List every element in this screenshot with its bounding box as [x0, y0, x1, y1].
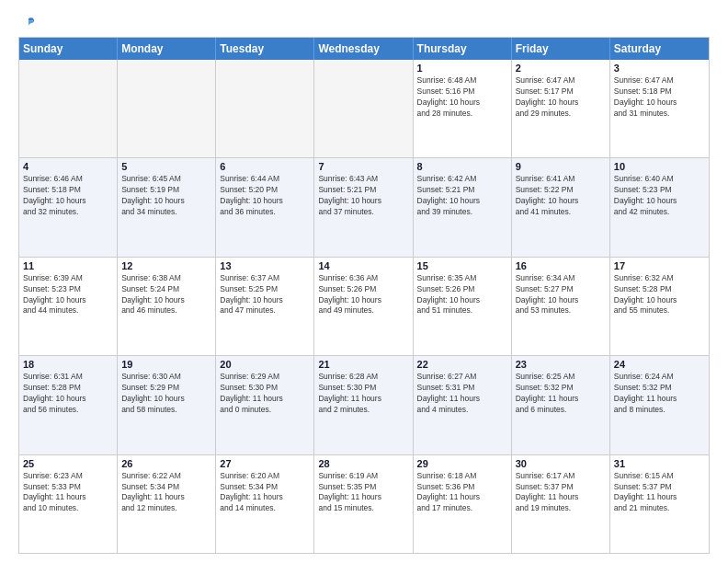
day-info: Sunrise: 6:37 AMSunset: 5:25 PMDaylight:… — [220, 273, 310, 317]
calendar-header-wednesday: Wednesday — [314, 38, 413, 60]
calendar-week-4: 18Sunrise: 6:31 AMSunset: 5:28 PMDayligh… — [19, 356, 709, 454]
day-number: 20 — [220, 359, 310, 370]
day-number: 28 — [318, 458, 408, 469]
calendar-cell-day-1: 1Sunrise: 6:48 AMSunset: 5:16 PMDaylight… — [414, 60, 512, 157]
day-info: Sunrise: 6:32 AMSunset: 5:28 PMDaylight:… — [614, 273, 705, 317]
calendar-cell-day-19: 19Sunrise: 6:30 AMSunset: 5:29 PMDayligh… — [118, 356, 216, 454]
day-number: 14 — [318, 260, 408, 271]
day-info: Sunrise: 6:39 AMSunset: 5:23 PMDaylight:… — [23, 273, 113, 317]
calendar-cell-day-23: 23Sunrise: 6:25 AMSunset: 5:32 PMDayligh… — [512, 356, 610, 454]
calendar-cell-day-14: 14Sunrise: 6:36 AMSunset: 5:26 PMDayligh… — [314, 258, 413, 355]
day-number: 10 — [614, 161, 705, 172]
day-number: 21 — [318, 359, 408, 370]
calendar-week-2: 4Sunrise: 6:46 AMSunset: 5:18 PMDaylight… — [19, 158, 709, 257]
day-info: Sunrise: 6:22 AMSunset: 5:34 PMDaylight:… — [121, 471, 211, 515]
day-number: 29 — [417, 458, 507, 469]
day-number: 7 — [318, 161, 408, 172]
day-info: Sunrise: 6:40 AMSunset: 5:23 PMDaylight:… — [614, 174, 705, 218]
calendar-cell-day-6: 6Sunrise: 6:44 AMSunset: 5:20 PMDaylight… — [216, 158, 314, 256]
day-info: Sunrise: 6:24 AMSunset: 5:32 PMDaylight:… — [614, 372, 705, 416]
calendar-header-monday: Monday — [118, 38, 216, 60]
calendar-cell-day-21: 21Sunrise: 6:28 AMSunset: 5:30 PMDayligh… — [314, 356, 413, 454]
day-number: 31 — [614, 458, 705, 469]
calendar-cell-day-11: 11Sunrise: 6:39 AMSunset: 5:23 PMDayligh… — [19, 258, 118, 355]
day-number: 2 — [516, 63, 606, 74]
day-number: 24 — [614, 359, 705, 370]
day-info: Sunrise: 6:47 AMSunset: 5:17 PMDaylight:… — [516, 75, 606, 120]
calendar-cell-empty — [216, 60, 314, 157]
day-info: Sunrise: 6:45 AMSunset: 5:19 PMDaylight:… — [121, 174, 211, 218]
calendar-cell-day-28: 28Sunrise: 6:19 AMSunset: 5:35 PMDayligh… — [314, 455, 413, 553]
day-number: 18 — [23, 359, 113, 370]
day-info: Sunrise: 6:20 AMSunset: 5:34 PMDaylight:… — [220, 471, 310, 515]
day-info: Sunrise: 6:19 AMSunset: 5:35 PMDaylight:… — [318, 471, 408, 515]
day-info: Sunrise: 6:36 AMSunset: 5:26 PMDaylight:… — [318, 273, 408, 317]
calendar-cell-empty — [118, 60, 216, 157]
day-number: 11 — [23, 260, 113, 271]
day-number: 23 — [516, 359, 606, 370]
calendar-cell-day-27: 27Sunrise: 6:20 AMSunset: 5:34 PMDayligh… — [216, 455, 314, 553]
day-number: 26 — [121, 458, 211, 469]
day-info: Sunrise: 6:43 AMSunset: 5:21 PMDaylight:… — [318, 174, 408, 218]
day-number: 27 — [220, 458, 310, 469]
day-info: Sunrise: 6:29 AMSunset: 5:30 PMDaylight:… — [220, 372, 310, 416]
day-info: Sunrise: 6:25 AMSunset: 5:32 PMDaylight:… — [516, 372, 606, 416]
calendar-cell-day-16: 16Sunrise: 6:34 AMSunset: 5:27 PMDayligh… — [512, 258, 610, 355]
calendar-cell-day-10: 10Sunrise: 6:40 AMSunset: 5:23 PMDayligh… — [610, 158, 709, 256]
calendar-cell-day-13: 13Sunrise: 6:37 AMSunset: 5:25 PMDayligh… — [216, 258, 314, 355]
day-number: 22 — [417, 359, 507, 370]
calendar-cell-day-20: 20Sunrise: 6:29 AMSunset: 5:30 PMDayligh… — [216, 356, 314, 454]
calendar-cell-day-22: 22Sunrise: 6:27 AMSunset: 5:31 PMDayligh… — [414, 356, 512, 454]
day-info: Sunrise: 6:48 AMSunset: 5:16 PMDaylight:… — [417, 75, 507, 120]
calendar-cell-day-8: 8Sunrise: 6:42 AMSunset: 5:21 PMDaylight… — [414, 158, 512, 256]
day-info: Sunrise: 6:41 AMSunset: 5:22 PMDaylight:… — [516, 174, 606, 218]
day-info: Sunrise: 6:18 AMSunset: 5:36 PMDaylight:… — [417, 471, 507, 515]
calendar-cell-day-4: 4Sunrise: 6:46 AMSunset: 5:18 PMDaylight… — [19, 158, 118, 256]
calendar-header-thursday: Thursday — [414, 38, 512, 60]
page: SundayMondayTuesdayWednesdayThursdayFrid… — [0, 0, 728, 563]
header — [18, 15, 710, 31]
calendar: SundayMondayTuesdayWednesdayThursdayFrid… — [18, 37, 710, 554]
day-info: Sunrise: 6:17 AMSunset: 5:37 PMDaylight:… — [516, 471, 606, 515]
day-info: Sunrise: 6:38 AMSunset: 5:24 PMDaylight:… — [121, 273, 211, 317]
calendar-cell-day-25: 25Sunrise: 6:23 AMSunset: 5:33 PMDayligh… — [19, 455, 118, 553]
day-info: Sunrise: 6:28 AMSunset: 5:30 PMDaylight:… — [318, 372, 408, 416]
day-info: Sunrise: 6:47 AMSunset: 5:18 PMDaylight:… — [614, 75, 705, 120]
day-info: Sunrise: 6:15 AMSunset: 5:37 PMDaylight:… — [614, 471, 705, 515]
day-number: 13 — [220, 260, 310, 271]
calendar-cell-day-5: 5Sunrise: 6:45 AMSunset: 5:19 PMDaylight… — [118, 158, 216, 256]
day-number: 5 — [121, 161, 211, 172]
calendar-cell-day-30: 30Sunrise: 6:17 AMSunset: 5:37 PMDayligh… — [512, 455, 610, 553]
calendar-cell-day-3: 3Sunrise: 6:47 AMSunset: 5:18 PMDaylight… — [610, 60, 709, 157]
day-number: 1 — [417, 63, 507, 74]
day-number: 17 — [614, 260, 705, 271]
logo — [18, 15, 37, 31]
day-number: 19 — [121, 359, 211, 370]
calendar-header-friday: Friday — [512, 38, 610, 60]
calendar-cell-day-18: 18Sunrise: 6:31 AMSunset: 5:28 PMDayligh… — [19, 356, 118, 454]
day-number: 6 — [220, 161, 310, 172]
calendar-cell-day-29: 29Sunrise: 6:18 AMSunset: 5:36 PMDayligh… — [414, 455, 512, 553]
day-info: Sunrise: 6:46 AMSunset: 5:18 PMDaylight:… — [23, 174, 113, 218]
day-info: Sunrise: 6:44 AMSunset: 5:20 PMDaylight:… — [220, 174, 310, 218]
calendar-cell-day-26: 26Sunrise: 6:22 AMSunset: 5:34 PMDayligh… — [118, 455, 216, 553]
calendar-cell-empty — [314, 60, 413, 157]
day-number: 15 — [417, 260, 507, 271]
day-number: 30 — [516, 458, 606, 469]
day-number: 9 — [516, 161, 606, 172]
calendar-header: SundayMondayTuesdayWednesdayThursdayFrid… — [19, 38, 709, 60]
calendar-header-tuesday: Tuesday — [216, 38, 314, 60]
day-number: 4 — [23, 161, 113, 172]
day-info: Sunrise: 6:35 AMSunset: 5:26 PMDaylight:… — [417, 273, 507, 317]
calendar-cell-empty — [19, 60, 118, 157]
calendar-cell-day-24: 24Sunrise: 6:24 AMSunset: 5:32 PMDayligh… — [610, 356, 709, 454]
calendar-cell-day-17: 17Sunrise: 6:32 AMSunset: 5:28 PMDayligh… — [610, 258, 709, 355]
calendar-header-sunday: Sunday — [19, 38, 118, 60]
calendar-week-1: 1Sunrise: 6:48 AMSunset: 5:16 PMDaylight… — [19, 60, 709, 158]
calendar-cell-day-7: 7Sunrise: 6:43 AMSunset: 5:21 PMDaylight… — [314, 158, 413, 256]
day-number: 12 — [121, 260, 211, 271]
day-info: Sunrise: 6:34 AMSunset: 5:27 PMDaylight:… — [516, 273, 606, 317]
calendar-cell-day-31: 31Sunrise: 6:15 AMSunset: 5:37 PMDayligh… — [610, 455, 709, 553]
calendar-cell-day-12: 12Sunrise: 6:38 AMSunset: 5:24 PMDayligh… — [118, 258, 216, 355]
day-number: 25 — [23, 458, 113, 469]
